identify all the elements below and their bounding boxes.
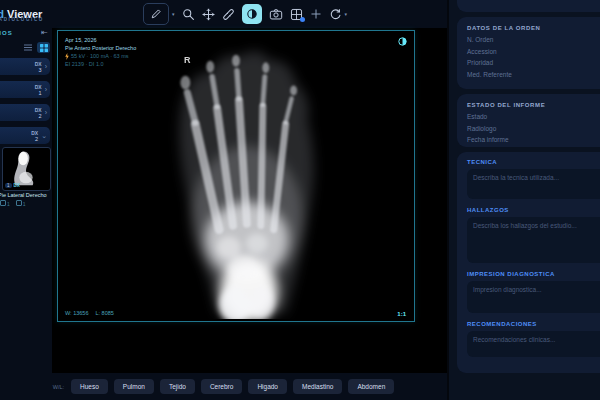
study-list: DX3 › DX1 › DX2 › DX2 ⌄ <box>0 58 50 150</box>
window-value: W: 13656 <box>65 310 88 316</box>
study-item[interactable]: DX1 › <box>0 81 50 98</box>
rotate-tool-button[interactable] <box>329 8 342 21</box>
series-meta: 1 1 <box>0 200 26 207</box>
preset-higado-button[interactable]: Higado <box>248 379 287 394</box>
viewer-canvas-area: R Apr 15, 2026 Pie Antero Posterior Dere… <box>52 28 447 373</box>
status-card-title: ESTADO DEL INFORME <box>467 102 600 108</box>
view-toggles <box>21 42 50 53</box>
study-modality: DX <box>35 84 42 90</box>
measure-tool-button[interactable] <box>222 8 235 21</box>
study-date: Apr 15, 2026 <box>65 36 136 44</box>
plus-icon <box>310 8 322 20</box>
study-modality: DX <box>35 61 42 67</box>
exposure-values: 55 kV · 100 mA · 63 ms <box>71 52 128 60</box>
brand-subtitle: RADIOLOGICO <box>0 17 44 22</box>
capture-tool-button[interactable] <box>269 8 283 21</box>
study-item[interactable]: DX2 › <box>0 104 50 121</box>
crosshair-tool-button[interactable] <box>310 8 322 20</box>
pencil-icon <box>150 8 162 20</box>
zoom-ratio: 1:1 <box>397 311 406 317</box>
layout-badge-dot <box>300 17 305 22</box>
series-thumbnail[interactable]: 1 DX <box>2 147 51 191</box>
order-card-title: DATOS DE LA ORDEN <box>467 25 600 31</box>
annotate-tool-button[interactable] <box>143 3 169 25</box>
thumbnail-badge: 1 DX <box>5 183 20 188</box>
window-level-overlay: W: 13656 L: 8085 <box>65 310 114 316</box>
study-count: 3 <box>35 67 42 73</box>
pan-tool-button[interactable] <box>202 8 215 21</box>
report-status-card: ESTADO DEL INFORME Estado Radiologo Fech… <box>457 94 600 147</box>
app-window: Med Viewer RADIOLOGICO ▾ <box>0 0 600 400</box>
ruler-icon <box>222 8 235 21</box>
pan-icon <box>202 8 215 21</box>
thumbnail-index: 1 <box>5 183 12 188</box>
study-count: 2 <box>35 113 42 119</box>
viewport-info-overlay: Apr 15, 2026 Pie Antero Posterior Derech… <box>65 36 136 68</box>
order-data-card: DATOS DE LA ORDEN N. Orden Accession Pri… <box>457 17 600 89</box>
field-label: N. Orden <box>467 36 600 43</box>
rotate-icon <box>329 8 342 21</box>
presets-label: W/L: <box>53 384 64 390</box>
impresion-textarea[interactable] <box>467 281 600 313</box>
section-title-impresion: IMPRESION DIAGNOSTICA <box>467 271 600 277</box>
report-panel: DATOS DE LA ORDEN N. Orden Accession Pri… <box>447 0 600 400</box>
list-view-button[interactable] <box>21 42 34 53</box>
study-count: 2 <box>31 136 38 142</box>
series-stack-icon <box>0 200 6 206</box>
field-label: Accession <box>467 48 600 55</box>
section-title-tecnica: TECNICA <box>467 159 600 165</box>
chevron-right-icon: › <box>45 63 47 70</box>
chevron-right-icon: › <box>45 109 47 116</box>
section-title-recomendaciones: RECOMENDACIONES <box>467 321 600 327</box>
list-icon <box>24 44 32 51</box>
preset-abdomen-button[interactable]: Abdomen <box>348 379 394 394</box>
field-label: Med. Referente <box>467 71 600 78</box>
study-modality: DX <box>35 107 42 113</box>
zoom-tool-button[interactable] <box>182 8 195 21</box>
grid-view-button[interactable] <box>37 42 50 53</box>
layout-tool-button[interactable] <box>290 8 303 21</box>
recomendaciones-textarea[interactable] <box>467 331 600 357</box>
laterality-marker: R <box>184 55 191 65</box>
section-title-hallazgos: HALLAZGOS <box>467 207 600 213</box>
xray-foot-image <box>58 31 412 319</box>
window-level-tool-button[interactable] <box>242 4 262 24</box>
study-count: 1 <box>35 90 42 96</box>
preset-pulmon-button[interactable]: Pulmon <box>114 379 154 394</box>
report-editor-card: TECNICA HALLAZGOS IMPRESION DIAGNOSTICA … <box>457 152 600 373</box>
preset-hueso-button[interactable]: Hueso <box>71 379 108 394</box>
preset-cerebro-button[interactable]: Cerebro <box>201 379 242 394</box>
magnifier-icon <box>182 8 195 21</box>
camera-icon <box>269 8 283 21</box>
field-label: Radiologo <box>467 125 600 132</box>
image-count: 1 <box>23 201 26 207</box>
dicom-viewport[interactable]: R Apr 15, 2026 Pie Antero Posterior Dere… <box>57 30 415 322</box>
field-label: Fecha informe <box>467 136 600 143</box>
rotate-dropdown-icon[interactable]: ▾ <box>345 11 348 17</box>
level-value: L: 8085 <box>95 310 113 316</box>
study-modality: DX <box>31 130 38 136</box>
tecnica-textarea[interactable] <box>467 169 600 199</box>
series-count: 1 <box>7 201 10 207</box>
chevron-down-icon: ⌄ <box>41 132 47 139</box>
field-label: Estado <box>467 113 600 120</box>
study-item[interactable]: DX3 › <box>0 58 50 75</box>
series-title: Pie Lateral Derecho <box>0 192 47 198</box>
sidebar-collapse-icon[interactable]: ⇤ <box>41 28 48 37</box>
sidebar-title: ESTUDIOS <box>0 30 13 36</box>
exposure-index: EI 2139 · DI 1.0 <box>65 60 104 68</box>
hallazgos-textarea[interactable] <box>467 217 600 263</box>
viewer-toolbar: ▾ ▾ <box>143 2 347 26</box>
studies-sidebar: ESTUDIOS ⇤ DX3 › DX1 › DX2 › D <box>0 28 52 373</box>
contrast-indicator-icon <box>398 37 407 46</box>
annotate-dropdown-icon[interactable]: ▾ <box>172 11 175 17</box>
study-description: Pie Antero Posterior Derecho <box>65 44 136 52</box>
field-label: Prioridad <box>467 59 600 66</box>
lateral-foot-thumbnail-image <box>3 148 48 188</box>
exposure-bolt-icon <box>65 53 69 60</box>
study-item-expanded[interactable]: DX2 ⌄ <box>0 127 50 144</box>
preset-tejido-button[interactable]: Tejido <box>160 379 195 394</box>
image-count-icon <box>16 200 22 206</box>
contrast-icon <box>246 8 258 20</box>
preset-mediastino-button[interactable]: Mediastino <box>293 379 342 394</box>
